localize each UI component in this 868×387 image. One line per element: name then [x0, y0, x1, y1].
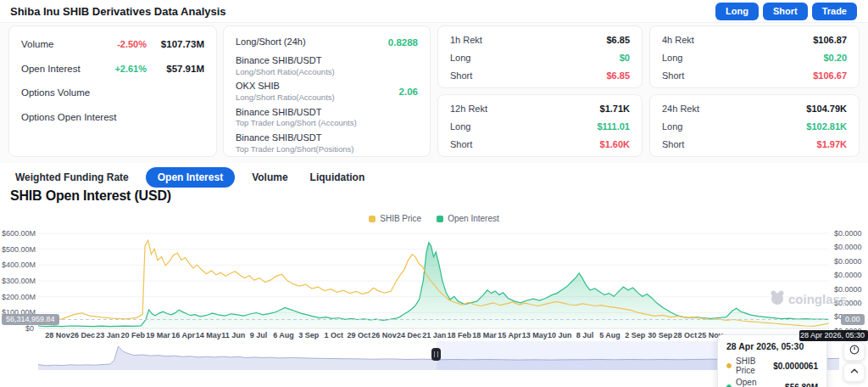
chart-tabs: Weighted Funding RateOpen InterestVolume…: [10, 167, 370, 188]
legend-swatch: [437, 216, 443, 222]
stats-label: Volume: [21, 39, 117, 49]
rekt-label: Short: [662, 139, 817, 149]
stats-row: Open Interest+2.61%$57.91M: [9, 57, 216, 81]
rekt-value: $106.87: [813, 35, 847, 45]
rekt-value: $6.85: [606, 35, 630, 45]
rekt-row: Long$0: [438, 48, 642, 66]
tab-weighted-funding-rate[interactable]: Weighted Funding Rate: [10, 167, 134, 188]
tooltip-label: SHIB Price: [736, 356, 769, 375]
rekt-row: Long$111.01: [438, 117, 642, 135]
tooltip-date: 28 Apr 2026, 05:30: [726, 341, 818, 351]
navigator-left-handle[interactable]: [431, 348, 441, 361]
rekt-label: Long: [450, 121, 597, 132]
rekt-label: 24h Rekt: [662, 104, 806, 114]
rekt-row: Long$0.20: [650, 48, 859, 66]
stats-row: Options Open Interest: [9, 105, 216, 130]
stats-label: Options Volume: [21, 87, 147, 98]
chart-tooltip: 28 Apr 2026, 05:30 SHIB Price$0.0000061O…: [717, 334, 827, 387]
legend-swatch: [369, 216, 376, 222]
rekt-value: $0: [620, 53, 630, 63]
chart-title: SHIB Open Interest (USD): [10, 188, 171, 204]
clock-icon: [849, 344, 860, 359]
left-axis-tick: $0: [2, 324, 34, 333]
ratio-texts: Binance SHIB/USDTTop Trader Long/Short(P…: [236, 132, 418, 154]
rekt-value: $1.71K: [600, 104, 630, 114]
chart-legend: SHIB PriceOpen Interest: [0, 214, 868, 223]
header-action-long[interactable]: Long: [715, 3, 759, 20]
left-axis-tick: $400.00M: [2, 261, 34, 269]
rekt-label: Long: [662, 53, 823, 63]
header-action-trade[interactable]: Trade: [812, 3, 857, 20]
rekt-value: $6.85: [606, 70, 630, 81]
rekt-value: $102.81K: [806, 121, 847, 132]
legend-label: SHIB Price: [380, 214, 421, 223]
stats-label: Open Interest: [21, 64, 114, 74]
rekt-value: $1.97K: [817, 139, 847, 149]
rekt-value: $106.67: [813, 70, 847, 81]
tooltip-series-dot: [726, 363, 732, 368]
rekt-label: Short: [450, 139, 600, 149]
stats-value: $57.91M: [155, 64, 204, 74]
ratio-value: 2.06: [399, 87, 418, 97]
crosshair-date-badge: 28 Apr 2026, 05:30: [799, 330, 868, 341]
rekt-card: 4h Rekt$106.87Long$0.20Short$106.67: [649, 25, 860, 88]
header-action-short[interactable]: Short: [763, 3, 808, 20]
tooltip-value: $0.0000061: [773, 362, 818, 371]
long-short-ratio-card: Long/Short (24h)0.8288Binance SHIB/USDTL…: [223, 25, 431, 157]
page-header: Shiba Inu SHIB Derivatives Data Analysis…: [0, 0, 868, 23]
left-axis-tick: $500.00M: [2, 245, 34, 254]
right-axis-tick: $0.0000: [834, 257, 868, 266]
rekt-value: $1.60K: [600, 139, 630, 149]
current-open-interest-badge: 56,314,959.84: [2, 314, 59, 325]
stats-change: -2.50%: [117, 39, 147, 49]
ratio-subtitle: Long/Short Ratio(Accounts): [236, 93, 399, 103]
legend-label: Open Interest: [448, 214, 499, 223]
left-axis-tick: $600.00M: [2, 229, 34, 238]
rekt-row: Short$1.97K: [650, 135, 859, 153]
ratio-texts: Binance SHIB/USDTTop Trader Long/Short (…: [236, 107, 418, 129]
ratio-subtitle: Long/Short Ratio(Accounts): [236, 67, 418, 77]
legend-item-open-interest[interactable]: Open Interest: [437, 214, 499, 223]
rekt-row: Long$102.81K: [650, 117, 859, 135]
ratio-row: Long/Short (24h)0.8288: [224, 31, 430, 53]
chart-plot-area[interactable]: [38, 225, 829, 328]
rekt-label: Long: [662, 121, 806, 132]
rekt-label: Long: [450, 53, 620, 63]
volume-stats-card: Volume-2.50%$107.73MOpen Interest+2.61%$…: [8, 25, 217, 157]
legend-item-shib-price[interactable]: SHIB Price: [369, 214, 421, 223]
left-axis-tick: $300.00M: [2, 277, 34, 285]
ratio-texts: Long/Short (24h): [236, 36, 388, 48]
rekt-cards-grid: 1h Rekt$6.85Long$0Short$6.854h Rekt$106.…: [437, 25, 860, 157]
tooltip-row: Open Interest$56.80M: [726, 378, 818, 387]
rekt-label: Short: [450, 70, 606, 81]
rekt-card: 24h Rekt$104.79KLong$102.81KShort$1.97K: [649, 94, 860, 157]
tooltip-label: Open Interest: [736, 378, 781, 387]
tab-liquidation[interactable]: Liquidation: [305, 167, 370, 188]
rekt-row: Short$6.85: [438, 66, 642, 84]
rekt-label: 12h Rekt: [450, 104, 600, 114]
rekt-row: 1h Rekt$6.85: [438, 31, 642, 48]
rekt-card: 1h Rekt$6.85Long$0Short$6.85: [437, 25, 643, 88]
chart-settings-button[interactable]: [843, 342, 865, 361]
rekt-label: 1h Rekt: [450, 35, 606, 45]
rekt-row: 12h Rekt$1.71K: [438, 99, 642, 117]
ratio-row: Binance SHIB/USDTTop Trader Long/Short (…: [224, 104, 430, 130]
ratio-title: Binance SHIB/USDT: [236, 107, 418, 119]
ratio-title: OKX SHIB: [236, 81, 399, 93]
rekt-value: $104.79K: [806, 104, 847, 114]
rekt-value: $0.20: [823, 53, 847, 63]
ratio-title: Long/Short (24h): [236, 36, 388, 48]
tab-open-interest[interactable]: Open Interest: [146, 167, 235, 188]
ratio-texts: OKX SHIBLong/Short Ratio(Accounts): [236, 81, 399, 103]
tab-volume[interactable]: Volume: [247, 167, 292, 188]
current-price-badge: 0.00: [841, 314, 865, 325]
right-axis-tick: $0.0000: [834, 243, 868, 251]
rekt-card: 12h Rekt$1.71KLong$111.01Short$1.60K: [437, 94, 643, 157]
rekt-label: 4h Rekt: [662, 35, 813, 45]
ratio-title: Binance SHIB/USDT: [236, 132, 418, 144]
stats-change: +2.61%: [114, 64, 147, 74]
stats-value: $107.73M: [155, 39, 204, 49]
scroll-to-top-button[interactable]: [843, 363, 865, 382]
header-actions: LongShortTrade: [715, 3, 857, 20]
chevron-up-icon: [849, 365, 860, 380]
